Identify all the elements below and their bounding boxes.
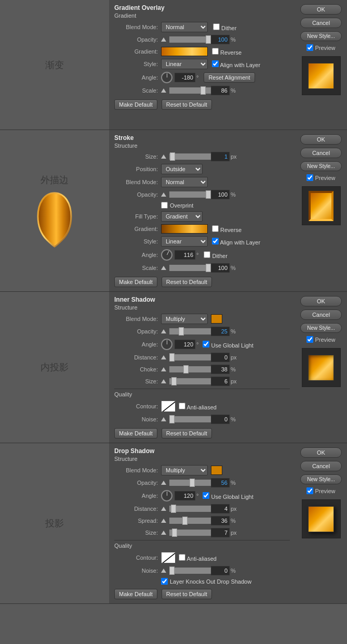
size-slider-2[interactable]	[169, 153, 211, 160]
scale-input-1[interactable]	[211, 86, 230, 95]
position-select-2[interactable]: Outside Inside Center	[161, 164, 203, 174]
angle-dial-3[interactable]	[161, 339, 172, 350]
opacity-input-1[interactable]	[211, 35, 230, 44]
make-default-btn-4[interactable]: Make Default	[114, 589, 157, 599]
distance-input-3[interactable]	[211, 353, 230, 362]
angle-input-4[interactable]	[175, 491, 195, 500]
align-checkbox-1[interactable]	[212, 60, 219, 67]
preview-checkbox-4[interactable]	[306, 487, 313, 494]
color-swatch-3[interactable]	[211, 314, 222, 324]
ok-btn-3[interactable]: OK	[300, 296, 342, 306]
choke-slider-3[interactable]	[169, 366, 211, 372]
angle-input-2[interactable]	[175, 250, 195, 260]
preview-checkbox-1[interactable]	[306, 44, 313, 51]
angle-dial-2[interactable]	[161, 249, 172, 261]
opacity-slider-2[interactable]	[169, 191, 211, 198]
make-default-btn-1[interactable]: Make Default	[114, 99, 157, 110]
new-style-btn-2[interactable]: New Style...	[300, 161, 342, 171]
new-style-btn-3[interactable]: New Style...	[300, 323, 342, 333]
blend-mode-select-2[interactable]: Normal Multiply	[161, 177, 208, 187]
noise-slider-4[interactable]	[169, 568, 211, 574]
scale-slider-icon-2	[161, 266, 166, 270]
distance-unit-3: px	[231, 354, 237, 360]
cancel-btn-2[interactable]: Cancel	[300, 148, 342, 158]
nail-shape	[34, 190, 75, 248]
opacity-slider-1[interactable]	[169, 36, 211, 43]
opacity-input-3[interactable]	[211, 327, 230, 336]
blend-mode-select-4[interactable]: Multiply Normal	[161, 465, 208, 475]
divider-4	[114, 540, 290, 540]
preview-inner-stroke	[309, 191, 333, 221]
size-input-2[interactable]	[211, 152, 230, 161]
preview-box-3	[302, 348, 341, 387]
angle-dial-4[interactable]	[161, 490, 172, 501]
preview-checkbox-3[interactable]	[306, 336, 313, 343]
size-slider-4[interactable]	[169, 530, 211, 536]
preview-checkbox-2[interactable]	[306, 174, 313, 181]
fill-type-select-2[interactable]: Gradient Color Pattern	[161, 211, 203, 222]
reset-default-btn-3[interactable]: Reset to Default	[162, 428, 212, 439]
dither-checkbox-1[interactable]	[213, 23, 220, 30]
noise-slider-3[interactable]	[169, 416, 211, 422]
angle-dial-1[interactable]	[161, 72, 172, 83]
distance-slider-container-4	[161, 506, 211, 512]
size-slider-3[interactable]	[169, 378, 211, 384]
global-light-checkbox-4[interactable]	[203, 492, 209, 499]
shadow-color-3[interactable]	[211, 314, 222, 324]
spread-slider-4[interactable]	[169, 518, 211, 524]
cancel-btn-4[interactable]: Cancel	[300, 461, 342, 471]
opacity-slider-container-2	[161, 191, 211, 198]
distance-input-4[interactable]	[211, 504, 230, 513]
reset-alignment-btn-1[interactable]: Reset Alignment	[204, 72, 255, 83]
anti-alias-checkbox-3[interactable]	[179, 403, 185, 409]
overprint-checkbox-2[interactable]	[161, 202, 168, 209]
cancel-btn-3[interactable]: Cancel	[300, 310, 342, 320]
angle-input-1[interactable]	[175, 73, 195, 82]
opacity-slider-4[interactable]	[169, 480, 211, 486]
noise-input-3[interactable]	[211, 415, 230, 424]
ok-btn-1[interactable]: OK	[300, 4, 342, 15]
section-3-title: Inner Shadow	[114, 296, 290, 303]
distance-slider-3[interactable]	[169, 354, 211, 360]
layer-knocks-checkbox-4[interactable]	[161, 578, 168, 585]
opacity-input-4[interactable]	[211, 478, 230, 487]
reverse-checkbox-2[interactable]	[212, 225, 219, 232]
angle-input-3[interactable]	[175, 340, 195, 349]
dither-checkbox-2[interactable]	[204, 251, 210, 258]
style-select-2[interactable]: Linear Radial	[161, 236, 208, 247]
cancel-btn-1[interactable]: Cancel	[300, 18, 342, 28]
scale-slider-1[interactable]	[169, 87, 211, 94]
size-input-3[interactable]	[211, 377, 230, 386]
opacity-input-2[interactable]	[211, 190, 230, 199]
align-checkbox-2[interactable]	[212, 238, 219, 244]
ok-btn-4[interactable]: OK	[300, 447, 342, 458]
gradient-swatch-2[interactable]	[161, 224, 208, 234]
reset-default-btn-1[interactable]: Reset to Default	[162, 99, 212, 110]
size-input-4[interactable]	[211, 528, 230, 537]
opacity-slider-3[interactable]	[169, 328, 211, 334]
reset-default-btn-4[interactable]: Reset to Default	[162, 589, 212, 599]
make-default-btn-3[interactable]: Make Default	[114, 428, 157, 439]
distance-slider-4[interactable]	[169, 506, 211, 512]
spread-input-4[interactable]	[211, 516, 230, 525]
choke-input-3[interactable]	[211, 365, 230, 374]
scale-input-2[interactable]	[211, 263, 230, 273]
shadow-color-4[interactable]	[211, 466, 222, 475]
global-light-checkbox-3[interactable]	[203, 341, 209, 347]
contour-preview-3[interactable]	[161, 401, 176, 412]
reverse-checkbox-1[interactable]	[212, 48, 219, 55]
ok-btn-2[interactable]: OK	[300, 134, 342, 145]
new-style-btn-1[interactable]: New Style...	[300, 31, 342, 41]
left-decoration-3: 内投影	[0, 292, 109, 443]
new-style-btn-4[interactable]: New Style...	[300, 474, 342, 484]
blend-mode-select-3[interactable]: Multiply Normal	[161, 314, 208, 324]
contour-preview-4[interactable]	[161, 552, 176, 563]
scale-slider-2[interactable]	[169, 265, 211, 271]
noise-input-4[interactable]	[211, 566, 230, 575]
reset-default-btn-2[interactable]: Reset to Default	[162, 277, 212, 287]
anti-alias-checkbox-4[interactable]	[179, 554, 185, 561]
gradient-swatch-1[interactable]	[161, 47, 208, 56]
style-select-1[interactable]: Linear Radial	[161, 59, 208, 69]
make-default-btn-2[interactable]: Make Default	[114, 277, 157, 287]
blend-mode-select-1[interactable]: Normal Multiply	[161, 22, 208, 32]
